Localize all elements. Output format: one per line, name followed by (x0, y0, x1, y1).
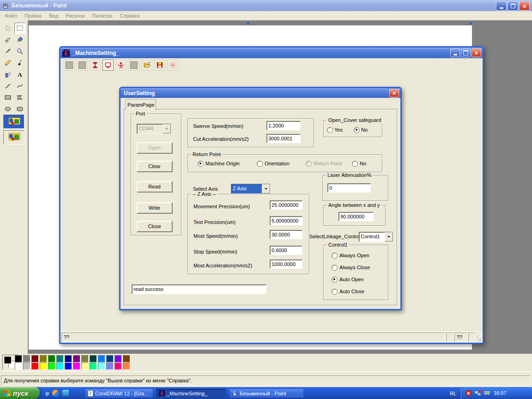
palette-swatch[interactable] (23, 355, 30, 363)
select-linkage-combo[interactable]: Control1 (359, 232, 393, 242)
task-machinesetting[interactable]: _MachineSetting_ (156, 388, 226, 398)
palette-swatch[interactable] (56, 355, 64, 363)
line-icon[interactable] (2, 80, 13, 91)
radio-auto-close[interactable] (332, 289, 338, 295)
canvas-resize-handle-corner[interactable] (470, 22, 472, 24)
menu-palette[interactable]: Палитра (89, 13, 116, 18)
radio-no[interactable] (354, 127, 360, 133)
ellipse-icon[interactable] (2, 103, 13, 115)
test-precision-field[interactable]: 5.00000000 (270, 216, 302, 225)
pencil-icon[interactable] (2, 57, 13, 68)
media-player-icon[interactable] (52, 390, 59, 397)
palette-swatch[interactable] (106, 363, 114, 370)
language-indicator[interactable]: RL (447, 389, 459, 397)
palette-swatch[interactable] (115, 363, 122, 370)
radio-always-open[interactable] (332, 253, 338, 259)
blank-toolbar-button[interactable] (77, 60, 88, 71)
close-icon[interactable]: × (389, 89, 399, 97)
minimize-button[interactable] (450, 48, 460, 57)
menu-file[interactable]: Файл (1, 13, 21, 18)
palette-swatch[interactable] (65, 363, 72, 370)
palette-swatch[interactable] (48, 363, 55, 370)
palette-swatch[interactable] (98, 363, 105, 370)
palette-swatch[interactable] (40, 363, 47, 370)
palette-swatch[interactable] (31, 363, 39, 370)
radio-auto-open[interactable] (332, 277, 338, 283)
close-button[interactable]: × (472, 48, 481, 57)
menu-help[interactable]: Справка (116, 13, 144, 18)
magnifier-icon[interactable] (14, 46, 25, 57)
palette-swatch[interactable] (123, 363, 130, 370)
canvas-resize-handle-top[interactable] (247, 22, 249, 24)
radio-yes[interactable] (327, 127, 333, 133)
palette-swatch[interactable] (73, 363, 80, 370)
menu-edit[interactable]: Правка (21, 13, 45, 18)
movement-precision-field[interactable]: 25.0000000 (270, 200, 302, 210)
pick-color-icon[interactable] (2, 46, 13, 57)
paint-titlebar[interactable]: Безымянный - Paint × (0, 0, 532, 11)
radio-return-no[interactable] (352, 161, 358, 167)
menu-view[interactable]: Вид (45, 13, 62, 18)
task-paint[interactable]: Безымянный - Paint (229, 388, 304, 398)
tab-parampage[interactable]: ParamPage (126, 99, 156, 110)
blank-toolbar-button[interactable] (64, 60, 75, 71)
read-button[interactable]: Read (137, 181, 172, 192)
select-icon[interactable] (14, 23, 25, 34)
palette-swatch[interactable] (73, 355, 80, 363)
message-field[interactable]: read success (132, 284, 266, 294)
radio-orientation[interactable] (257, 161, 263, 167)
palette-swatch[interactable] (81, 355, 89, 363)
security-alert-icon[interactable] (465, 390, 472, 397)
palette-swatch[interactable] (98, 355, 105, 363)
chevron-down-icon[interactable] (262, 184, 270, 193)
resize-grip[interactable] (476, 332, 482, 342)
polygon-icon[interactable] (14, 92, 25, 103)
maximize-button[interactable] (461, 48, 471, 57)
palette-swatch[interactable] (65, 355, 72, 363)
angle-field[interactable]: 90.000000 (339, 212, 374, 221)
radio-always-close[interactable] (332, 265, 338, 271)
internet-explorer-icon[interactable]: e (45, 389, 49, 397)
close-button[interactable]: × (519, 1, 530, 11)
palette-swatch[interactable] (15, 363, 22, 370)
emergency-stop-icon[interactable] (90, 60, 101, 71)
select-axis-combo[interactable]: Z Axis (231, 184, 271, 194)
brush-icon[interactable] (14, 57, 25, 68)
restore-button[interactable] (508, 1, 518, 11)
write-button[interactable]: Write (137, 202, 172, 213)
blank-toolbar-button[interactable] (128, 60, 139, 71)
free-form-select-icon[interactable] (2, 23, 13, 34)
menu-image[interactable]: Рисунок (62, 13, 89, 18)
display-icon[interactable] (484, 390, 490, 397)
most-acceleration-field[interactable]: 1000.0000 (270, 260, 302, 269)
palette-swatch[interactable] (56, 363, 64, 370)
palette-swatch[interactable] (31, 355, 39, 363)
palette-swatch[interactable] (123, 355, 130, 363)
chevron-down-icon[interactable] (385, 232, 393, 242)
palette-swatch[interactable] (90, 363, 97, 370)
monitor-icon[interactable] (103, 60, 114, 71)
clear-button[interactable]: Clear (137, 161, 172, 172)
draw-opaque-option[interactable] (3, 115, 24, 129)
palette-swatch[interactable] (90, 355, 97, 363)
palette-swatch[interactable] (15, 355, 22, 363)
palette-swatch[interactable] (115, 355, 122, 363)
messenger-icon[interactable] (62, 390, 69, 396)
rounded-rectangle-icon[interactable] (14, 103, 25, 115)
palette-swatch[interactable] (81, 363, 89, 370)
task-coreldraw[interactable]: CorelDRAW 12 - [Gra... (85, 388, 153, 398)
clock[interactable]: 16:07 (494, 390, 507, 396)
draw-transparent-option[interactable] (3, 130, 24, 145)
stop-speed-field[interactable]: 0.6000 (270, 246, 302, 255)
swerve-speed-field[interactable]: 1.2000 (266, 121, 301, 130)
minimize-button[interactable] (496, 1, 507, 11)
cut-acceleration-field[interactable]: 3000.0001 (266, 134, 301, 143)
rectangle-icon[interactable] (2, 92, 13, 103)
network-disconnected-icon[interactable] (474, 390, 481, 397)
airbrush-icon[interactable] (2, 69, 13, 80)
close-button[interactable]: Close (137, 221, 172, 232)
operator-icon[interactable] (115, 60, 127, 71)
palette-swatch[interactable] (40, 355, 47, 363)
palette-swatch[interactable] (23, 363, 30, 370)
eraser-icon[interactable] (2, 34, 13, 45)
